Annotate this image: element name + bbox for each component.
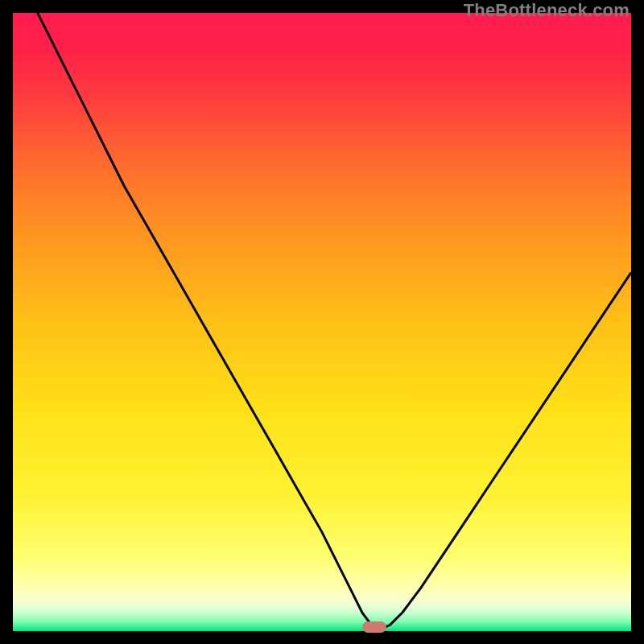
bottleneck-curve xyxy=(38,13,631,630)
watermark-text: TheBottleneck.com xyxy=(464,0,630,21)
plot-area xyxy=(13,13,631,631)
optimal-marker xyxy=(362,621,386,633)
curve-layer xyxy=(13,13,631,631)
chart-container: TheBottleneck.com xyxy=(0,0,644,644)
